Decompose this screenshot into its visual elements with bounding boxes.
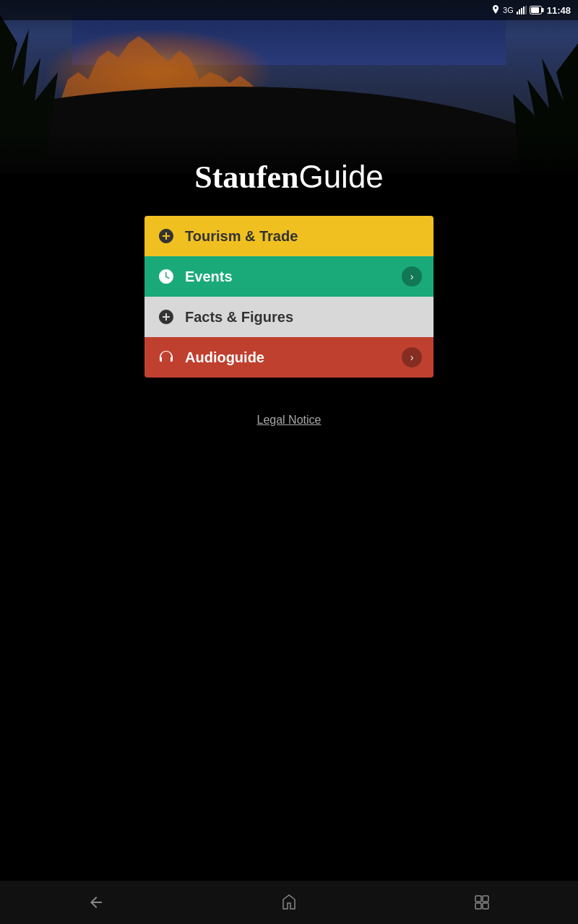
status-icons: 3G 11:48	[491, 5, 571, 16]
time-display: 11:48	[547, 5, 571, 16]
menu-item-audioguide[interactable]: Audioguide ›	[144, 337, 434, 378]
signal-icon	[517, 6, 527, 14]
recent-apps-button[interactable]	[460, 888, 504, 917]
svg-rect-2	[521, 8, 522, 14]
menu-label-events: Events	[185, 269, 402, 285]
home-icon	[280, 894, 298, 911]
chevron-right-icon-audioguide: ›	[402, 347, 422, 367]
location-icon	[491, 5, 500, 15]
menu-label-tourism-trade: Tourism & Trade	[185, 228, 422, 245]
back-icon	[87, 894, 105, 911]
plus-circle-icon-facts	[156, 307, 176, 327]
svg-rect-0	[517, 12, 518, 14]
headphones-icon-audioguide	[156, 347, 176, 367]
battery-icon	[530, 6, 544, 14]
home-button[interactable]	[267, 888, 311, 917]
nav-bar	[0, 881, 578, 924]
svg-rect-4	[525, 6, 527, 14]
app-title-light: Guide	[298, 159, 383, 194]
menu-container: Tourism & Trade Events › Facts & Figures	[144, 216, 434, 378]
legal-notice-link[interactable]: Legal Notice	[257, 414, 322, 427]
svg-rect-7	[531, 7, 539, 13]
recent-apps-icon	[473, 894, 491, 911]
main-content: StaufenGuide Tourism & Trade Events ›	[0, 159, 578, 427]
svg-rect-3	[523, 6, 525, 14]
network-indicator: 3G	[503, 6, 514, 14]
svg-rect-9	[483, 896, 488, 902]
menu-label-audioguide: Audioguide	[185, 349, 402, 366]
svg-rect-1	[519, 9, 520, 14]
svg-rect-10	[483, 903, 488, 909]
svg-rect-8	[475, 896, 481, 902]
menu-label-facts-figures: Facts & Figures	[185, 309, 422, 326]
plus-circle-icon-tourism	[156, 226, 176, 246]
chevron-right-icon-events: ›	[402, 266, 422, 287]
svg-rect-11	[475, 903, 481, 909]
back-button[interactable]	[74, 888, 118, 917]
menu-item-events[interactable]: Events ›	[144, 256, 434, 297]
svg-rect-6	[542, 8, 544, 12]
menu-item-facts-figures[interactable]: Facts & Figures	[144, 297, 434, 337]
status-bar: 3G 11:48	[0, 0, 578, 20]
menu-item-tourism-trade[interactable]: Tourism & Trade	[144, 216, 434, 256]
app-title: StaufenGuide	[194, 159, 384, 196]
clock-icon-events	[156, 266, 176, 287]
app-title-bold: Staufen	[194, 160, 298, 195]
